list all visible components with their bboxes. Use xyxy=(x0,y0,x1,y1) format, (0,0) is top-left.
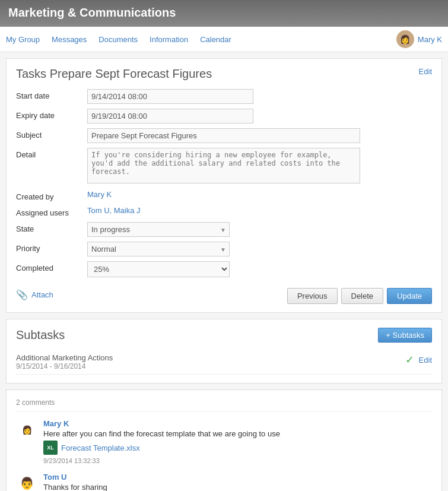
comment-item-2: Tom U Thanks for sharing 9/23/2014 13:35… xyxy=(16,473,432,491)
nav-bar: My Group Messages Documents Information … xyxy=(0,27,448,52)
state-row: State In progress Not started Completed xyxy=(16,222,432,237)
priority-row: Priority Normal High Low xyxy=(16,242,432,256)
subtasks-header: Subtasks + Subtasks xyxy=(16,328,432,343)
expiry-date-value xyxy=(87,109,432,123)
attach-button[interactable]: Attach xyxy=(31,290,53,299)
sidebar-item-documents[interactable]: Documents xyxy=(99,35,138,44)
header-top: Marketing & Communications xyxy=(0,0,448,27)
sidebar-item-calendar[interactable]: Calendar xyxy=(200,35,231,44)
detail-textarea[interactable] xyxy=(87,148,360,183)
priority-select[interactable]: Normal High Low xyxy=(87,242,230,256)
comment-text-2: Thanks for sharing xyxy=(43,483,432,491)
sidebar-item-my-group[interactable]: My Group xyxy=(6,35,40,44)
comment-avatar-mary xyxy=(16,419,37,441)
task-edit-link[interactable]: Edit xyxy=(419,67,432,76)
comment-avatar-tom xyxy=(16,473,37,491)
completed-row: Completed 25% 0% 50% 75% 100% xyxy=(16,261,432,277)
attachment-name[interactable]: Forecast Template.xlsx xyxy=(61,444,140,452)
comment-author-2: Tom U xyxy=(43,473,432,482)
add-subtask-button[interactable]: + Subtasks xyxy=(378,328,432,343)
subtask-check-icon: ✓ xyxy=(405,353,414,366)
assigned-users-row: Assigned users Tom U, Maika J xyxy=(16,206,432,217)
comment-body-2: Tom U Thanks for sharing 9/23/2014 13:35… xyxy=(43,473,432,491)
priority-label: Priority xyxy=(16,242,87,253)
comment-attachment: XL Forecast Template.xlsx xyxy=(43,441,432,455)
subtask-dates: 9/15/2014 - 9/16/2014 xyxy=(16,362,113,370)
subject-input[interactable] xyxy=(87,128,360,143)
subtask-row: Additional Marketing Actions 9/15/2014 -… xyxy=(16,353,432,370)
subtask-info: Additional Marketing Actions 9/15/2014 -… xyxy=(16,353,113,370)
state-value: In progress Not started Completed xyxy=(87,222,432,237)
start-date-label: Start date xyxy=(16,89,87,100)
subject-label: Subject xyxy=(16,128,87,140)
created-by-value: Mary K xyxy=(87,190,432,199)
subtasks-title: Subtasks xyxy=(16,328,65,342)
task-card-header: Tasks Prepare Sept Forecast Figures Edit xyxy=(16,67,432,81)
assigned-users-label: Assigned users xyxy=(16,206,87,217)
user-name: Mary K xyxy=(418,35,442,44)
buttons-row: Previous Delete Update xyxy=(287,288,432,304)
completed-label: Completed xyxy=(16,261,87,273)
detail-label: Detail xyxy=(16,148,87,159)
sidebar-item-messages[interactable]: Messages xyxy=(52,35,87,44)
subtasks-card: Subtasks + Subtasks Additional Marketing… xyxy=(6,319,442,384)
subtask-edit-link[interactable]: Edit xyxy=(419,356,432,365)
priority-value: Normal High Low xyxy=(87,242,432,256)
comment-item-1: Mary K Here after you can find the forec… xyxy=(16,419,432,464)
comment-author-1: Mary K xyxy=(43,419,432,428)
completed-value: 25% 0% 50% 75% 100% xyxy=(87,261,432,277)
state-label: State xyxy=(16,222,87,233)
comments-section: 2 comments Mary K Here after you can fin… xyxy=(6,389,442,491)
task-card: Tasks Prepare Sept Forecast Figures Edit… xyxy=(6,58,442,313)
completed-select[interactable]: 25% 0% 50% 75% 100% xyxy=(87,261,230,277)
expiry-date-row: Expiry date xyxy=(16,109,432,123)
subtask-name: Additional Marketing Actions xyxy=(16,353,113,362)
sidebar-item-information[interactable]: Information xyxy=(150,35,188,44)
created-by-text[interactable]: Mary K xyxy=(87,190,112,199)
detail-row: Detail xyxy=(16,148,432,185)
update-button[interactable]: Update xyxy=(387,288,432,304)
start-date-row: Start date xyxy=(16,89,432,104)
detail-value xyxy=(87,148,432,185)
subtask-actions: ✓ Edit xyxy=(405,353,432,366)
subject-row: Subject xyxy=(16,128,432,143)
subject-value xyxy=(87,128,432,143)
comments-count: 2 comments xyxy=(16,398,432,412)
attach-icon: 📎 xyxy=(16,289,28,300)
excel-icon: XL xyxy=(43,441,58,455)
comment-text-1: Here after you can find the forecast tem… xyxy=(43,429,432,438)
previous-button[interactable]: Previous xyxy=(287,288,338,304)
app-header: Marketing & Communications My Group Mess… xyxy=(0,0,448,52)
subtask-item: Additional Marketing Actions 9/15/2014 -… xyxy=(16,350,432,375)
user-avatar-area: Mary K xyxy=(396,30,442,48)
attach-row: 📎 Attach xyxy=(16,289,53,300)
assigned-users-value: Tom U, Maika J xyxy=(87,206,432,215)
state-select[interactable]: In progress Not started Completed xyxy=(87,222,230,237)
assigned-users-text[interactable]: Tom U, Maika J xyxy=(87,206,141,215)
start-date-value xyxy=(87,89,432,104)
start-date-input[interactable] xyxy=(87,89,253,104)
task-title: Tasks Prepare Sept Forecast Figures xyxy=(16,67,212,81)
user-avatar xyxy=(396,30,414,48)
delete-button[interactable]: Delete xyxy=(341,288,384,304)
comment-body-1: Mary K Here after you can find the forec… xyxy=(43,419,432,464)
expiry-date-input[interactable] xyxy=(87,109,253,123)
expiry-date-label: Expiry date xyxy=(16,109,87,120)
main-content: Tasks Prepare Sept Forecast Figures Edit… xyxy=(0,52,448,491)
comment-time-1: 9/23/2014 13:32:33 xyxy=(43,457,432,464)
created-by-label: Created by xyxy=(16,190,87,201)
app-title: Marketing & Communications xyxy=(8,6,440,20)
created-by-row: Created by Mary K xyxy=(16,190,432,201)
